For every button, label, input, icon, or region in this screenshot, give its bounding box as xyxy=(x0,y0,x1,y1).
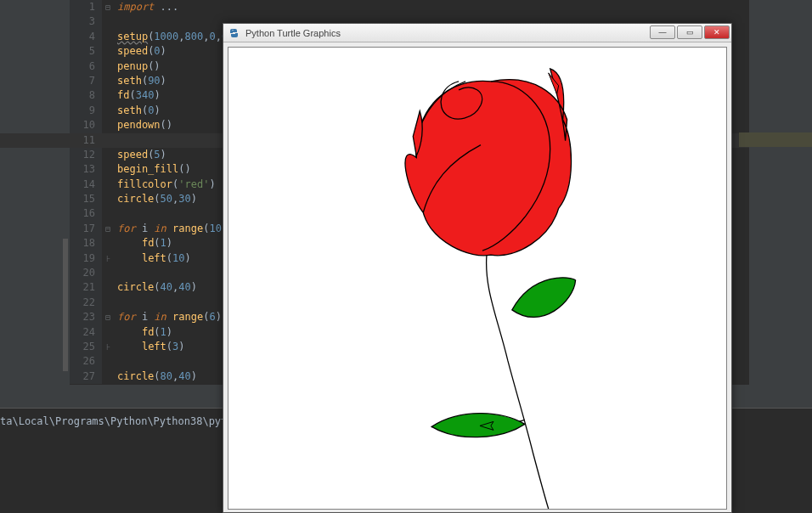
line-number: 4 xyxy=(70,30,102,44)
close-button[interactable]: ✕ xyxy=(704,25,730,39)
line-number: 5 xyxy=(70,44,102,59)
line-number: 18 xyxy=(70,236,102,251)
fold-indicator xyxy=(102,354,114,369)
rose-drawing xyxy=(228,48,726,509)
code-text[interactable]: for i in range(6): xyxy=(114,310,228,324)
code-text[interactable] xyxy=(114,14,117,29)
code-text[interactable] xyxy=(114,296,117,310)
line-number: 17 xyxy=(70,222,102,236)
code-text[interactable]: import ... xyxy=(114,0,178,14)
code-text[interactable]: penup() xyxy=(114,59,161,74)
breakpoint-gutter[interactable] xyxy=(63,239,68,371)
fold-indicator xyxy=(102,280,114,295)
fold-indicator[interactable]: ⊦ xyxy=(102,251,114,266)
line-number: 10 xyxy=(70,118,102,132)
window-controls: — ▭ ✕ xyxy=(650,27,731,39)
code-line[interactable]: 1⊟import ... xyxy=(70,0,749,14)
code-text[interactable] xyxy=(114,266,117,280)
fold-indicator xyxy=(102,133,114,148)
line-number: 3 xyxy=(70,14,102,29)
line-marker xyxy=(739,132,812,147)
line-number: 26 xyxy=(70,354,102,369)
fold-indicator xyxy=(102,118,114,132)
window-title: Python Turtle Graphics xyxy=(245,28,341,38)
fold-indicator xyxy=(102,236,114,251)
code-text[interactable]: left(10) xyxy=(114,251,191,266)
fold-indicator xyxy=(102,30,114,44)
fold-indicator[interactable]: ⊟ xyxy=(102,310,114,324)
fold-indicator xyxy=(102,59,114,74)
line-number: 22 xyxy=(70,296,102,310)
line-number: 16 xyxy=(70,206,102,221)
code-text[interactable]: circle(40,40) xyxy=(114,280,197,295)
window-titlebar[interactable]: Python Turtle Graphics — ▭ ✕ xyxy=(223,24,731,42)
fold-indicator xyxy=(102,148,114,162)
line-number: 21 xyxy=(70,280,102,295)
maximize-button[interactable]: ▭ xyxy=(677,25,702,39)
line-number: 24 xyxy=(70,325,102,340)
line-number: 12 xyxy=(70,148,102,162)
code-text[interactable]: fd(340) xyxy=(114,88,161,103)
code-text[interactable]: pendown() xyxy=(114,118,172,132)
fold-indicator[interactable]: ⊟ xyxy=(102,0,114,14)
code-text[interactable]: left(3) xyxy=(114,340,185,354)
fold-indicator xyxy=(102,162,114,177)
code-text[interactable]: circle(80,40) xyxy=(114,369,197,384)
code-text[interactable]: seth(0) xyxy=(114,104,161,118)
code-text[interactable]: setup(1000,800,0,0 xyxy=(114,30,228,44)
line-number: 1 xyxy=(70,0,102,14)
fold-indicator xyxy=(102,192,114,206)
svg-point-0 xyxy=(232,29,233,30)
fold-indicator xyxy=(102,14,114,29)
line-number: 20 xyxy=(70,266,102,280)
line-number: 23 xyxy=(70,310,102,324)
fold-indicator xyxy=(102,266,114,280)
code-text[interactable]: for i in range(10) xyxy=(114,222,228,236)
code-text[interactable]: speed(0) xyxy=(114,44,166,59)
minimize-button[interactable]: — xyxy=(650,25,675,39)
line-number: 25 xyxy=(70,340,102,354)
code-text[interactable]: circle(50,30) xyxy=(114,192,197,206)
fold-indicator xyxy=(102,206,114,221)
line-number: 8 xyxy=(70,88,102,103)
fold-indicator[interactable]: ⊟ xyxy=(102,222,114,236)
code-text[interactable]: fd(1) xyxy=(114,236,172,251)
turtle-canvas xyxy=(228,47,727,510)
code-text[interactable] xyxy=(114,354,117,369)
line-number: 19 xyxy=(70,251,102,266)
code-text[interactable]: speed(5) xyxy=(114,148,166,162)
current-line-highlight xyxy=(0,133,70,148)
fold-indicator xyxy=(102,104,114,118)
line-number: 13 xyxy=(70,162,102,177)
fold-indicator xyxy=(102,88,114,103)
turtle-graphics-window[interactable]: Python Turtle Graphics — ▭ ✕ xyxy=(223,23,732,513)
python-icon xyxy=(228,27,240,39)
line-number: 9 xyxy=(70,104,102,118)
code-text[interactable]: begin_fill() xyxy=(114,162,191,177)
fold-indicator xyxy=(102,296,114,310)
code-text[interactable]: fillcolor('red') xyxy=(114,178,216,192)
fold-indicator[interactable]: ⊦ xyxy=(102,340,114,354)
fold-indicator xyxy=(102,178,114,192)
fold-indicator xyxy=(102,369,114,384)
fold-indicator xyxy=(102,44,114,59)
code-text[interactable]: fd(1) xyxy=(114,325,172,340)
line-number: 11 xyxy=(70,133,102,148)
fold-indicator xyxy=(102,325,114,340)
line-number: 14 xyxy=(70,178,102,192)
line-number: 15 xyxy=(70,192,102,206)
line-number: 27 xyxy=(70,369,102,384)
code-text[interactable] xyxy=(114,133,117,148)
code-text[interactable] xyxy=(114,206,117,221)
line-number: 7 xyxy=(70,74,102,88)
code-text[interactable]: seth(90) xyxy=(114,74,166,88)
line-number: 6 xyxy=(70,59,102,74)
fold-indicator xyxy=(102,74,114,88)
